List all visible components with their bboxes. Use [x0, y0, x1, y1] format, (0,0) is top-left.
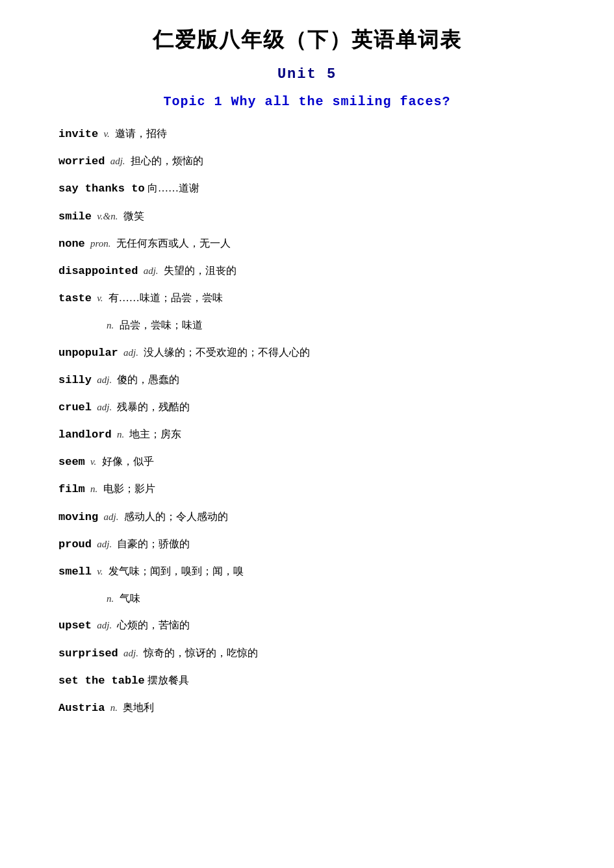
word: unpopular: [58, 347, 118, 359]
part-of-speech: v.: [97, 566, 103, 577]
word: say thanks to: [58, 182, 145, 195]
word-entry: cruel adj. 残暴的，残酷的: [52, 398, 562, 416]
word: upset: [58, 619, 92, 632]
word: disappointed: [58, 265, 138, 277]
word: Austria: [58, 702, 105, 714]
word: moving: [58, 511, 98, 523]
definition: 电影；影片: [103, 483, 155, 494]
word-entry: film n. 电影；影片: [52, 480, 562, 498]
definition: 奥地利: [123, 702, 154, 713]
definition: 感动人的；令人感动的: [124, 511, 228, 522]
word-entry: n. 品尝，尝味；味道: [52, 316, 562, 334]
definition: 向……道谢: [147, 182, 199, 193]
word: cruel: [58, 401, 92, 414]
part-of-speech: adj.: [123, 648, 138, 658]
part-of-speech: adj.: [97, 375, 112, 385]
word: smell: [58, 565, 92, 578]
word-entry: n. 气味: [52, 589, 562, 607]
definition: 地主；房东: [129, 428, 181, 440]
definition: 摆放餐具: [147, 675, 189, 686]
word-entry: silly adj. 傻的，愚蠢的: [52, 371, 562, 389]
word: smile: [58, 210, 92, 223]
definition: 担心的，烦恼的: [131, 155, 203, 166]
definition: 失望的，沮丧的: [164, 265, 237, 276]
definition: 没人缘的；不受欢迎的；不得人心的: [144, 347, 310, 358]
definition: 好像，似乎: [102, 456, 154, 467]
word: landlord: [58, 428, 112, 441]
word-entry: none pron. 无任何东西或人，无一人: [52, 234, 562, 253]
word-entry: invite v. 邀请，招待: [52, 125, 562, 143]
part-of-speech: adj.: [123, 347, 138, 358]
part-of-speech: n.: [90, 484, 97, 494]
definition: 气味: [120, 593, 140, 604]
part-of-speech: n.: [107, 320, 114, 330]
part-of-speech: n.: [107, 593, 114, 604]
word: film: [58, 483, 85, 495]
word: surprised: [58, 647, 118, 660]
word-entry: upset adj. 心烦的，苦恼的: [52, 616, 562, 634]
part-of-speech: v.: [90, 456, 96, 467]
word-entry: worried adj. 担心的，烦恼的: [52, 152, 562, 170]
part-of-speech: adj.: [97, 620, 112, 630]
word-entry: Austria n. 奥地利: [52, 699, 562, 717]
part-of-speech: adj.: [97, 539, 112, 549]
unit-title: Unit 5: [52, 66, 562, 82]
part-of-speech: adj.: [97, 402, 112, 412]
word-entry: proud adj. 自豪的；骄傲的: [52, 535, 562, 553]
page-title: 仁爱版八年级（下）英语单词表: [52, 26, 562, 55]
part-of-speech: adj.: [144, 266, 159, 276]
definition: 残暴的，残酷的: [117, 401, 190, 412]
word-entry: smell v. 发气味；闻到，嗅到；闻，嗅: [52, 562, 562, 580]
word: worried: [58, 155, 105, 167]
part-of-speech: v.: [97, 293, 103, 303]
word-entry: landlord n. 地主；房东: [52, 425, 562, 443]
word-entry: disappointed adj. 失望的，沮丧的: [52, 262, 562, 280]
word: seem: [58, 456, 85, 468]
word: invite: [58, 128, 98, 140]
definition: 自豪的；骄傲的: [117, 538, 190, 549]
word: proud: [58, 538, 92, 551]
definition: 品尝，尝味；味道: [120, 319, 203, 330]
word-entry: surprised adj. 惊奇的，惊讶的，吃惊的: [52, 644, 562, 662]
topic-title: Topic 1 Why all the smiling faces?: [52, 94, 562, 109]
definition: 心烦的，苦恼的: [117, 619, 190, 630]
word-entry: seem v. 好像，似乎: [52, 453, 562, 471]
word-entry: say thanks to 向……道谢: [52, 179, 562, 197]
word-entry: taste v. 有……味道；品尝，尝味: [52, 289, 562, 307]
definition: 发气味；闻到，嗅到；闻，嗅: [109, 565, 244, 577]
part-of-speech: n.: [110, 702, 118, 713]
part-of-speech: adj.: [110, 156, 125, 166]
part-of-speech: adj.: [103, 512, 118, 522]
word-entry: smile v.&n. 微笑: [52, 207, 562, 225]
part-of-speech: pron.: [90, 238, 111, 249]
entries-container: invite v. 邀请，招待worried adj. 担心的，烦恼的say t…: [52, 125, 562, 717]
part-of-speech: v.&n.: [97, 211, 118, 221]
word: taste: [58, 292, 92, 304]
definition: 微笑: [123, 210, 144, 221]
word-entry: unpopular adj. 没人缘的；不受欢迎的；不得人心的: [52, 343, 562, 362]
definition: 傻的，愚蠢的: [117, 374, 179, 385]
word-entry: set the table 摆放餐具: [52, 671, 562, 689]
definition: 无任何东西或人，无一人: [116, 238, 231, 249]
word: silly: [58, 374, 92, 386]
word: none: [58, 238, 85, 250]
definition: 有……味道；品尝，尝味: [109, 292, 223, 303]
word-entry: moving adj. 感动人的；令人感动的: [52, 508, 562, 526]
definition: 邀请，招待: [115, 128, 167, 139]
word: set the table: [58, 675, 145, 687]
part-of-speech: v.: [103, 129, 109, 139]
definition: 惊奇的，惊讶的，吃惊的: [144, 647, 258, 658]
part-of-speech: n.: [117, 429, 124, 440]
